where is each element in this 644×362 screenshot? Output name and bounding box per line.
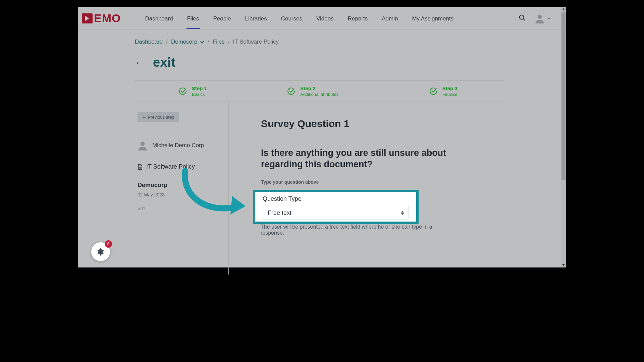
nav-people[interactable]: People (213, 8, 232, 29)
crumb-current: IT Software Policy (233, 39, 279, 45)
document-owner: Michelle Demo Corp (138, 140, 225, 150)
nav-my-assignments[interactable]: My Assignments (411, 8, 454, 29)
widget-icon (96, 247, 106, 257)
scrollbar[interactable] (561, 7, 566, 267)
logo-text: EMO (94, 12, 121, 25)
svg-point-0 (520, 15, 524, 19)
sidebar: ← Previous step Michelle Demo Corp PDF I… (135, 102, 229, 275)
crumb-dashboard[interactable]: Dashboard (135, 39, 163, 45)
question-helper-text: Type your question above (261, 179, 504, 185)
question-type-description: The user will be presented a free text f… (261, 224, 435, 236)
step-3[interactable]: Step 3Finalise (362, 85, 504, 97)
nav-reports[interactable]: Reports (347, 8, 369, 29)
question-type-highlight: Question Type Free text (253, 190, 419, 224)
avatar-icon (138, 140, 148, 150)
svg-line-1 (523, 19, 525, 20)
crumb-files[interactable]: Files (213, 39, 225, 45)
question-heading: Survey Question 1 (261, 118, 504, 129)
nav-videos[interactable]: Videos (316, 8, 334, 29)
help-widget[interactable]: 8 (91, 242, 110, 261)
svg-text:PDF: PDF (139, 167, 142, 169)
app-header: EMO Dashboard Files People Libraries Cou… (78, 7, 561, 30)
chevron-down-icon (547, 17, 551, 19)
select-caret-icon (401, 211, 404, 215)
nav-files[interactable]: Files (186, 8, 200, 29)
logo[interactable]: EMO (82, 12, 121, 25)
exit-button[interactable]: exit (153, 55, 175, 70)
breadcrumb: Dashboard / Democorp / Files / IT Softwa… (135, 30, 504, 45)
scroll-thumb[interactable] (561, 12, 566, 180)
org-name: Democorp (138, 182, 225, 189)
document-version: V01 (138, 206, 225, 211)
main-panel: Survey Question 1 Is there anything you … (229, 102, 504, 275)
scroll-up-icon[interactable] (562, 8, 565, 10)
question-type-select[interactable]: Free text (263, 206, 409, 220)
crumb-org[interactable]: Democorp (171, 39, 204, 45)
nav-courses[interactable]: Courses (280, 8, 303, 29)
document-date: 02 May 2023 (138, 192, 225, 197)
owner-name: Michelle Demo Corp (152, 142, 204, 149)
nav-dashboard[interactable]: Dashboard (144, 8, 173, 29)
step-1[interactable]: Step 1Basics (135, 85, 253, 97)
back-arrow-icon[interactable]: ← (135, 57, 144, 68)
previous-step-button[interactable]: ← Previous step (138, 112, 179, 122)
user-menu[interactable] (535, 13, 551, 23)
nav-admin[interactable]: Admin (381, 8, 398, 29)
wizard-steps: Step 1Basics Step 2Additional attributes… (135, 80, 504, 102)
check-circle-icon (178, 87, 187, 96)
step-2[interactable]: Step 2Additional attributes (253, 85, 362, 97)
play-icon (82, 13, 93, 23)
chevron-down-icon (200, 41, 204, 44)
question-input[interactable]: Is there anything you are still unsure a… (261, 147, 482, 175)
letterbox (78, 0, 566, 7)
widget-badge: 8 (105, 240, 112, 248)
search-icon[interactable] (519, 14, 526, 23)
file-icon: PDF (138, 164, 143, 170)
question-type-label: Question Type (263, 195, 409, 202)
nav-libraries[interactable]: Libraries (244, 8, 267, 29)
svg-point-3 (141, 142, 145, 146)
app-stage: EMO Dashboard Files People Libraries Cou… (78, 0, 566, 275)
document-link[interactable]: PDF IT Software Policy (138, 163, 225, 170)
main-nav: Dashboard Files People Libraries Courses… (144, 8, 454, 29)
check-circle-icon (429, 87, 438, 96)
check-circle-icon (287, 87, 296, 96)
scroll-down-icon[interactable] (562, 264, 565, 266)
svg-point-2 (538, 14, 542, 19)
